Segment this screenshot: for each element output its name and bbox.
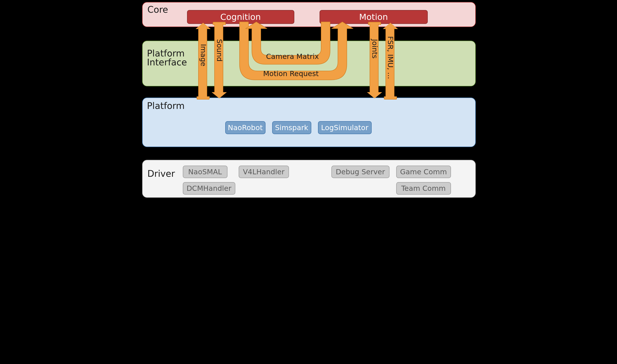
architecture-diagram: Platform Interface Platform NaoRobot Sim…	[140, 0, 477, 199]
driver-box-v4lhandler: V4LHandler	[239, 166, 289, 178]
layer-title-platform-interface: Platform Interface	[147, 49, 192, 67]
arrow-foot	[384, 96, 397, 100]
driver-box-team-comm: Team Comm	[396, 182, 451, 195]
layer-driver: Driver NaoSMAL V4LHandler Debug Server G…	[142, 160, 476, 198]
driver-box-debug-server: Debug Server	[331, 166, 389, 178]
arrowhead-down-icon	[212, 92, 227, 98]
platform-box-logsimulator: LogSimulator	[318, 121, 372, 134]
driver-box-naosmal: NaoSMAL	[183, 166, 228, 178]
platform-box-naorobot: NaoRobot	[225, 121, 265, 134]
arrow-label-camera-matrix: Camera Matrix	[266, 52, 319, 61]
layer-title-core: Core	[148, 5, 168, 14]
layer-title-platform: Platform	[147, 101, 185, 110]
arrow-label-motion-request: Motion Request	[263, 69, 319, 78]
arrowhead-down-icon	[367, 92, 382, 98]
arrow-foot	[197, 96, 210, 100]
driver-box-dcmhandler: DCMHandler	[183, 182, 235, 195]
arrow-label-image: Image	[199, 44, 208, 66]
platform-box-simspark: Simspark	[272, 121, 311, 134]
driver-box-game-comm: Game Comm	[396, 166, 451, 178]
arrow-label-fsr-imu: FSR, IMU, ...	[386, 36, 395, 79]
arrow-shaft	[370, 24, 379, 93]
arrow-label-sound: Sound	[215, 39, 224, 62]
layer-platform: Platform NaoRobot Simspark LogSimulator	[142, 98, 476, 147]
arrow-label-joints: Joints	[370, 39, 379, 58]
layer-title-driver: Driver	[148, 169, 175, 178]
